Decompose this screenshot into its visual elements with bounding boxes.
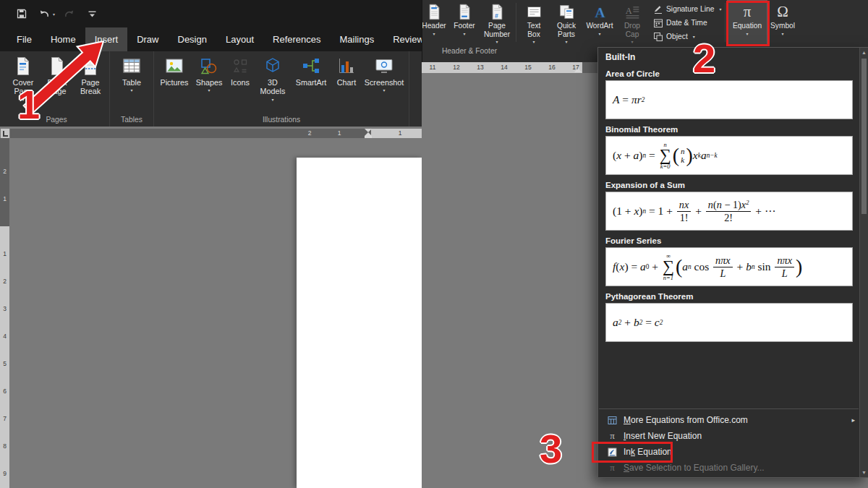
- equation-section-label: Area of Circle: [605, 69, 851, 78]
- horizontal-ruler-right[interactable]: 11121314151617: [422, 62, 597, 73]
- table-icon: [122, 56, 141, 76]
- scroll-down-icon[interactable]: ▼: [860, 468, 868, 477]
- signature-line-icon: [652, 4, 663, 14]
- button-icons[interactable]: Icons: [226, 51, 255, 115]
- indent-markers[interactable]: [364, 129, 373, 138]
- svg-text:A: A: [625, 6, 631, 16]
- ruler-number: 8: [0, 442, 9, 450]
- equation-item-fourier-series[interactable]: f(x) = a0 + ∞∑n=1(an cos nπxL + bn sin n…: [605, 247, 853, 286]
- submenu-arrow-icon: ▸: [851, 416, 855, 424]
- drop-cap-icon: A: [624, 2, 641, 21]
- button-smartart[interactable]: SmartArt: [291, 51, 331, 115]
- group-label-header-footer: Header & Footer: [422, 45, 516, 58]
- document-page[interactable]: [297, 158, 422, 488]
- ruler-number: 6: [0, 388, 9, 395]
- horizontal-ruler[interactable]: 211: [10, 129, 422, 138]
- object-icon: [652, 32, 663, 42]
- ribbon-group-illustrations: PicturesShapes▾Icons3D Models▾SmartArtCh…: [154, 51, 409, 127]
- quick-parts-icon: [558, 2, 575, 21]
- scrollbar[interactable]: ▲ ▼: [859, 48, 868, 477]
- dropdown-chevron-icon: ▾: [557, 40, 576, 44]
- button-signature-line[interactable]: Signature Line▾: [652, 2, 722, 16]
- scroll-up-icon[interactable]: ▲: [860, 48, 868, 57]
- wordart-icon: A: [592, 2, 608, 21]
- button-wordart[interactable]: AWordArt▾: [583, 0, 616, 45]
- pi-icon: π: [607, 430, 618, 442]
- dropdown-chevron-icon: ▾: [53, 12, 55, 17]
- button-footer[interactable]: Footer▾: [449, 0, 480, 45]
- tab-draw[interactable]: Draw: [127, 27, 168, 51]
- shapes-icon: [200, 56, 218, 76]
- ruler-number: 12: [453, 64, 459, 71]
- vertical-ruler[interactable]: 21123456789: [0, 138, 9, 488]
- dropdown-chevron-icon: ▾: [122, 88, 141, 93]
- group-separator: [725, 3, 726, 42]
- symbol-icon: Ω: [777, 2, 788, 21]
- save-icon[interactable]: [14, 6, 30, 22]
- button-shapes[interactable]: Shapes▾: [192, 51, 226, 115]
- button-quick-parts[interactable]: Quick Parts▾: [550, 0, 583, 45]
- button-chart[interactable]: Chart: [331, 51, 362, 115]
- annotation-box-equation: [726, 1, 770, 46]
- header-icon: [426, 2, 443, 21]
- equation-section-label: Expansion of a Sum: [605, 181, 851, 189]
- ruler-number: 5: [0, 360, 9, 367]
- tab-selector[interactable]: [1, 129, 9, 138]
- group-separator: [516, 3, 516, 42]
- button-date-time[interactable]: Date & Time: [652, 16, 722, 30]
- equation-item-pythagorean-theorem[interactable]: a2 + b2 = c2: [605, 303, 853, 342]
- ruler-number: 1: [399, 129, 402, 137]
- equation-gallery-wrap: Built-In Area of CircleA = πr2Binomial T…: [598, 48, 859, 342]
- tab-references[interactable]: References: [263, 27, 330, 51]
- equation-item-binomial-theorem[interactable]: (x + a)n = n∑k=0(nk)xkan−k: [605, 136, 853, 175]
- ribbon-right-buttons: Header▾Footer▾#Page Number▾Text Box▾Quic…: [422, 0, 868, 45]
- button-page-number[interactable]: #Page Number▾: [480, 0, 514, 45]
- menu-separator: [599, 408, 859, 409]
- ruler-number: 1: [338, 129, 341, 137]
- chart-icon: [337, 56, 356, 76]
- dropdown-chevron-icon: ▾: [260, 98, 286, 102]
- dropdown-chevron-icon: ▾: [719, 7, 721, 12]
- ruler-number: 7: [0, 415, 9, 422]
- equation-dropdown-title: Built-In: [598, 48, 859, 64]
- group-label-illustrations: Illustrations: [156, 115, 407, 127]
- ruler-number: 15: [524, 64, 531, 71]
- button-3d-models[interactable]: 3D Models▾: [255, 51, 291, 115]
- ruler-number: 2: [0, 278, 9, 285]
- redo-icon[interactable]: [61, 6, 77, 22]
- date-time-icon: [652, 18, 663, 28]
- button-text-box[interactable]: Text Box▾: [518, 0, 550, 45]
- document-area: 211 21123456789: [0, 127, 422, 488]
- tab-design[interactable]: Design: [169, 27, 216, 51]
- ruler-number: 14: [501, 64, 507, 71]
- ruler-number: 9: [0, 470, 9, 477]
- equation-item-expansion-of-a-sum[interactable]: (1 + x)n = 1 + nx1! + n(n − 1)x22! + ⋯: [605, 192, 853, 231]
- ruler-number: 1: [0, 195, 9, 202]
- undo-icon[interactable]: [36, 6, 52, 22]
- text-box-icon: [526, 2, 542, 21]
- titlebar: ▾: [0, 0, 422, 27]
- menu-item-more-equations-from-office-com[interactable]: More Equations from Office.com▸: [598, 412, 859, 428]
- scrollbar-thumb[interactable]: [861, 59, 867, 214]
- 3d-models-icon: [263, 56, 282, 76]
- annotation-step-1: 1: [17, 81, 40, 128]
- quick-access-toolbar: ▾: [7, 6, 100, 22]
- button-screenshot[interactable]: Screenshot▾: [362, 51, 407, 115]
- equation-section-label: Pythagorean Theorem: [605, 292, 851, 301]
- left-indent-marker[interactable]: [365, 136, 372, 138]
- button-drop-cap[interactable]: ADrop Cap▾: [616, 0, 648, 45]
- dropdown-chevron-icon: ▾: [422, 32, 446, 36]
- button-symbol[interactable]: ΩSymbol▾: [767, 0, 798, 45]
- button-pictures[interactable]: Pictures: [156, 51, 192, 115]
- ruler-margin-area: [582, 62, 597, 73]
- svg-text:#: #: [495, 12, 498, 19]
- ruler-number: 11: [430, 64, 436, 71]
- customize-quick-access-icon[interactable]: [84, 6, 100, 22]
- tab-layout[interactable]: Layout: [216, 27, 263, 51]
- button-header[interactable]: Header▾: [422, 0, 449, 45]
- equation-item-area-of-circle[interactable]: A = πr2: [605, 80, 853, 119]
- ruler-number: 16: [548, 64, 555, 71]
- tab-mailings[interactable]: Mailings: [331, 27, 384, 51]
- right-capture: Header▾Footer▾#Page Number▾Text Box▾Quic…: [422, 0, 868, 488]
- word-window: ▾ FileHomeInsertDrawDesignLayoutReferenc…: [0, 0, 868, 488]
